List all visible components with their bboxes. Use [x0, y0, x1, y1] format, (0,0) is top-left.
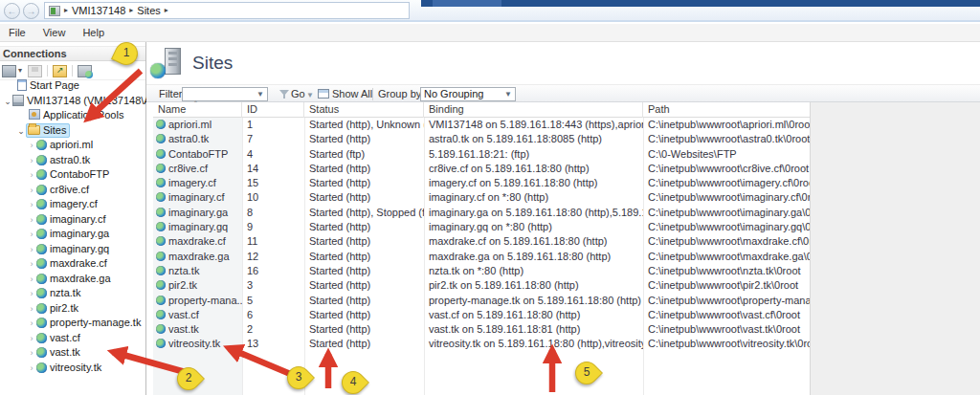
column-header-path[interactable]: Path [643, 102, 810, 118]
breadcrumb-arrow-icon: ▸ [129, 2, 133, 19]
site-globe-icon [156, 236, 166, 246]
tree-item-site[interactable]: ›imaginary.ga [0, 227, 145, 242]
expand-icon[interactable]: › [27, 346, 36, 362]
start-page-icon [17, 79, 27, 91]
table-row[interactable]: imaginary.gq 9 Started (http) imaginary.… [153, 220, 810, 234]
table-row[interactable]: astra0.tk 7 Started (http) astra0.tk on … [153, 132, 810, 146]
expand-icon[interactable]: › [27, 257, 36, 273]
chevron-down-icon[interactable]: ▼ [255, 89, 266, 99]
table-row[interactable]: nzta.tk 16 Started (http) nzta.tk on *:8… [153, 264, 810, 278]
tree-item-site[interactable]: ›imaginary.gq [0, 242, 145, 257]
breadcrumb[interactable]: ▸ VMI137148 ▸ Sites ▸ [44, 2, 410, 19]
tree-sites-list: ›apriori.ml ›astra0.tk ›ContaboFTP ›cr8i… [0, 138, 145, 375]
iis-app-icon [49, 6, 60, 16]
table-row[interactable]: imaginary.cf 10 Started (http) imaginary… [153, 190, 810, 205]
table-row[interactable]: pir2.tk 3 Started (http) pir2.tk on 5.18… [153, 278, 810, 293]
menu-view[interactable]: View [34, 25, 75, 40]
up-level-icon[interactable] [53, 65, 67, 77]
site-globe-icon [156, 222, 166, 231]
tree-item-sites[interactable]: ⌄Sites [0, 123, 145, 139]
filter-toolbar: Filter: ▼ Go ▼ Show All Group by: No Gro… [146, 84, 980, 102]
expand-icon[interactable]: › [27, 317, 36, 332]
tree-item-site[interactable]: ›apriori.ml [0, 138, 145, 153]
tree-item-site[interactable]: ›astra0.tk [0, 153, 145, 168]
menu-file[interactable]: File [0, 25, 34, 40]
site-globe-icon [36, 274, 47, 284]
column-header-binding[interactable]: Binding [424, 102, 643, 118]
iis-manager-window: ← → ▸ VMI137148 ▸ Sites ▸ File View Help… [0, 0, 980, 395]
tree-item-site[interactable]: ›maxdrake.ga [0, 272, 145, 287]
site-globe-icon [36, 214, 47, 225]
site-globe-icon [156, 178, 166, 187]
expand-icon[interactable]: › [27, 362, 36, 377]
chevron-down-icon[interactable]: ▼ [502, 89, 514, 99]
breadcrumb-section[interactable]: Sites [137, 5, 160, 16]
collapse-icon[interactable]: ⌄ [3, 95, 12, 110]
tree-item-server[interactable]: ⌄VMI137148 (VMI137148\Admi [0, 94, 145, 109]
expand-icon[interactable]: › [27, 273, 36, 288]
column-header-name[interactable]: Name [153, 102, 242, 118]
expand-icon[interactable]: › [27, 154, 36, 169]
site-globe-icon [156, 252, 166, 261]
expand-icon[interactable]: › [27, 332, 36, 347]
table-row[interactable]: vitreosity.tk 13 Started (http) vitreosi… [153, 337, 810, 351]
site-globe-icon [36, 362, 47, 373]
menu-help[interactable]: Help [74, 25, 113, 40]
expand-icon[interactable]: › [27, 287, 36, 302]
collapse-icon[interactable]: ⌄ [16, 124, 26, 140]
breadcrumb-arrow-icon: ▸ [165, 2, 168, 19]
application-pools-icon [29, 109, 40, 120]
expand-icon[interactable]: › [27, 198, 36, 213]
site-globe-icon [156, 164, 166, 173]
tree-item-site[interactable]: ›cr8ive.cf [0, 183, 145, 198]
tree-item-start-page[interactable]: Start Page [0, 78, 145, 94]
table-row[interactable]: cr8ive.cf 14 Started (http) cr8ive.cf on… [153, 162, 810, 176]
tree-item-site[interactable]: ›vast.tk [0, 345, 145, 361]
tree-item-site[interactable]: ›vast.cf [0, 331, 145, 346]
go-funnel-icon [279, 90, 289, 99]
table-row[interactable]: imaginary.ga 8 Started (http), Stopped (… [153, 206, 810, 220]
table-row[interactable]: imagery.cf 15 Started (http) imagery.cf … [153, 176, 810, 190]
back-button[interactable]: ← [4, 3, 20, 19]
expand-icon[interactable]: › [27, 243, 36, 258]
tree-item-site[interactable]: ›pir2.tk [0, 301, 145, 317]
show-all-icon [318, 89, 329, 99]
tree-item-site[interactable]: ›property-manage.tk [0, 316, 145, 331]
breadcrumb-arrow-icon: ▸ [64, 2, 68, 19]
tree-item-site[interactable]: ›nzta.tk [0, 286, 145, 301]
tree-item-site[interactable]: ›vitreosity.tk [0, 361, 145, 376]
tree-item-site[interactable]: ›ContaboFTP [0, 167, 145, 183]
column-header-id[interactable]: ID [242, 102, 304, 118]
table-row[interactable]: vast.tk 2 Started (http) vast.tk on 5.18… [153, 322, 810, 337]
table-row[interactable]: property-mana... 5 Started (http) proper… [153, 294, 810, 308]
table-row[interactable]: ContaboFTP 4 Started (ftp) 5.189.161.18:… [153, 147, 810, 162]
expand-icon[interactable]: › [27, 139, 36, 154]
tree-item-site[interactable]: ›imaginary.cf [0, 212, 145, 228]
table-row[interactable]: apriori.ml 1 Started (http), Unknown (..… [153, 118, 810, 132]
expand-icon[interactable]: › [27, 302, 36, 318]
site-globe-icon [156, 280, 166, 290]
site-globe-icon [36, 140, 47, 150]
table-row[interactable]: maxdrake.cf 11 Started (http) maxdrake.c… [153, 234, 810, 249]
create-connection-icon[interactable] [2, 65, 16, 77]
site-globe-icon [156, 324, 166, 334]
expand-icon[interactable]: › [27, 168, 36, 184]
table-row[interactable]: vast.cf 6 Started (http) vast.cf on 5.18… [153, 308, 810, 322]
column-header-status[interactable]: Status [304, 102, 424, 118]
save-connection-icon[interactable] [28, 65, 42, 77]
site-globe-icon [36, 199, 47, 209]
tree-item-site[interactable]: ›imagery.cf [0, 197, 145, 212]
expand-icon[interactable]: › [27, 228, 36, 243]
delete-connection-icon[interactable] [78, 65, 92, 77]
table-row[interactable]: maxdrake.ga 12 Started (http) maxdrake.g… [153, 250, 810, 264]
expand-icon[interactable]: › [27, 213, 36, 229]
chevron-down-icon[interactable]: ▼ [306, 91, 314, 99]
expand-icon[interactable]: › [27, 184, 36, 199]
breadcrumb-server[interactable]: VMI137148 [72, 5, 125, 16]
show-all-button[interactable]: Show All [332, 88, 372, 99]
group-by-select[interactable]: No Grouping▼ [420, 87, 516, 101]
tree-item-site[interactable]: ›maxdrake.cf [0, 256, 145, 272]
forward-button[interactable]: → [23, 3, 39, 19]
tree-item-application-pools[interactable]: Application Pools [0, 108, 145, 123]
go-button[interactable]: Go [291, 88, 305, 99]
